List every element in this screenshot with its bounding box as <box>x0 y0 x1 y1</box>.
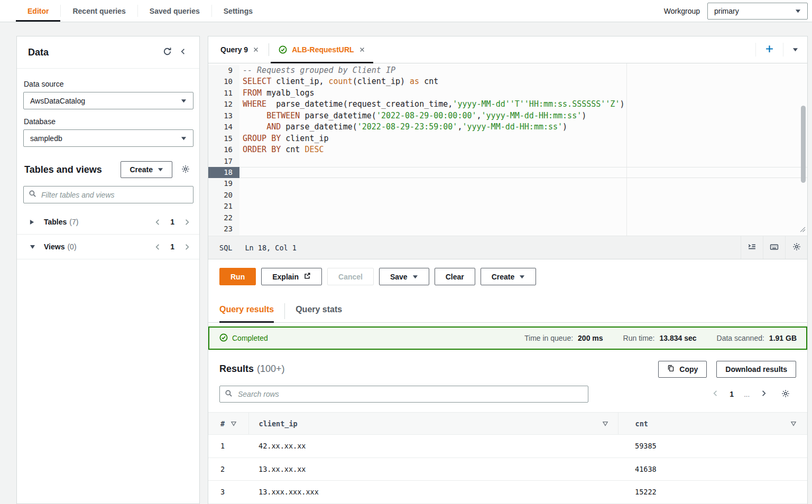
code-line-14[interactable]: 14 AND parse_datetime('2022-08-29-23:59:… <box>208 122 807 133</box>
previous-page-button[interactable] <box>712 389 719 399</box>
run-button[interactable]: Run <box>219 268 256 285</box>
line-number[interactable]: 11 <box>208 88 239 99</box>
table-row[interactable]: 313.xxx.xxx.xxx15222 <box>208 481 807 504</box>
sql-code-editor[interactable]: 9-- Requests grouped by Client IP10SELEC… <box>208 63 807 236</box>
search-rows-input[interactable] <box>237 389 583 399</box>
database-value: sampledb <box>30 134 62 143</box>
data-source-select[interactable]: AwsDataCatalog <box>23 92 193 109</box>
triangle-right-icon[interactable] <box>30 219 37 225</box>
line-number[interactable]: 9 <box>208 65 239 76</box>
format-query-button[interactable] <box>741 236 763 259</box>
filter-tables-input[interactable] <box>40 190 188 200</box>
table-cell: 15222 <box>618 481 807 504</box>
download-results-button[interactable]: Download results <box>716 361 796 378</box>
create-table-button[interactable]: Create <box>121 161 172 178</box>
close-icon[interactable] <box>359 46 365 53</box>
editor-scrollbar[interactable] <box>801 106 806 183</box>
check-circle-icon <box>219 333 228 343</box>
line-number[interactable]: 21 <box>208 201 239 212</box>
line-number[interactable]: 22 <box>208 212 239 223</box>
code-line-20[interactable]: 20 <box>208 190 807 201</box>
clear-button[interactable]: Clear <box>435 268 475 285</box>
tab-query-results[interactable]: Query results <box>219 305 274 322</box>
create-button[interactable]: Create <box>481 268 537 285</box>
stat-run-time-: Run time:13.834 sec <box>623 334 697 342</box>
current-page[interactable]: 1 <box>730 390 734 398</box>
resize-handle-icon[interactable] <box>800 225 806 235</box>
next-page-button[interactable] <box>183 243 191 251</box>
code-line-23[interactable]: 23 <box>208 223 807 235</box>
code-line-16[interactable]: 16ORDER BY cnt DESC <box>208 144 807 155</box>
query-tab-bar: Query 9 ALB-RequestURL <box>208 36 807 63</box>
stat-label: Data scanned: <box>717 334 764 342</box>
code-line-9[interactable]: 9-- Requests grouped by Client IP <box>208 65 807 76</box>
next-page-button[interactable] <box>760 389 768 399</box>
code-text <box>239 178 807 189</box>
cancel-button[interactable]: Cancel <box>327 268 374 285</box>
column-header-cnt[interactable]: cnt <box>618 413 807 435</box>
results-settings-button[interactable] <box>778 386 793 402</box>
previous-page-button[interactable] <box>154 218 162 226</box>
tree-section-tables[interactable]: Tables(7)1 <box>17 210 199 235</box>
line-number[interactable]: 14 <box>208 122 239 133</box>
copy-button[interactable]: Copy <box>658 361 707 378</box>
line-number[interactable]: 17 <box>208 156 239 167</box>
sort-icon[interactable] <box>230 421 237 426</box>
code-line-12[interactable]: 12WHERE parse_datetime(request_creation_… <box>208 99 807 110</box>
query-tab-query-9[interactable]: Query 9 <box>213 36 267 63</box>
nav-tab-settings[interactable]: Settings <box>212 0 264 22</box>
code-line-13[interactable]: 13 BETWEEN parse_datetime('2022-08-29-00… <box>208 110 807 122</box>
line-number[interactable]: 15 <box>208 133 239 144</box>
code-text <box>239 190 807 201</box>
editor-settings-button[interactable] <box>785 236 807 259</box>
code-line-15[interactable]: 15GROUP BY client_ip <box>208 133 807 144</box>
code-line-19[interactable]: 19 <box>208 178 807 189</box>
nav-tab-recent-queries[interactable]: Recent queries <box>61 0 137 22</box>
sort-icon[interactable] <box>790 421 797 426</box>
tables-settings-button[interactable] <box>178 162 193 178</box>
query-tab-alb-requesturl[interactable]: ALB-RequestURL <box>271 36 373 63</box>
refresh-button[interactable] <box>159 44 175 60</box>
column-label: client_ip <box>259 419 298 428</box>
column-header-client-ip[interactable]: client_ip <box>248 413 618 435</box>
save-button[interactable]: Save <box>379 268 429 285</box>
collapse-panel-button[interactable] <box>175 44 191 60</box>
line-number[interactable]: 20 <box>208 190 239 201</box>
table-row[interactable]: 213.xx.xx.xx41638 <box>208 458 807 481</box>
explain-button[interactable]: Explain <box>261 268 322 285</box>
line-number[interactable]: 10 <box>208 76 239 87</box>
code-line-11[interactable]: 11FROM myalb_logs <box>208 88 807 99</box>
column-header--[interactable]: # <box>208 413 248 435</box>
close-icon[interactable] <box>253 46 259 53</box>
run-label: Run <box>230 273 245 281</box>
previous-page-button[interactable] <box>154 243 162 251</box>
triangle-down-icon[interactable] <box>30 245 37 249</box>
code-line-10[interactable]: 10SELECT client_ip, count(client_ip) as … <box>208 76 807 87</box>
table-row[interactable]: 142.xx.xx.xx59385 <box>208 435 807 458</box>
line-number[interactable]: 18 <box>208 167 239 178</box>
nav-tab-saved-queries[interactable]: Saved queries <box>138 0 211 22</box>
sort-icon[interactable] <box>602 421 608 426</box>
line-number[interactable]: 19 <box>208 178 239 189</box>
line-number[interactable]: 23 <box>208 223 239 235</box>
results-title: Results <box>219 363 254 375</box>
workgroup-select[interactable]: primary <box>707 3 808 20</box>
keyboard-shortcuts-button[interactable] <box>763 236 785 259</box>
tab-list-menu-button[interactable] <box>783 36 807 63</box>
database-select[interactable]: sampledb <box>23 129 193 147</box>
next-page-button[interactable] <box>183 218 191 226</box>
code-line-17[interactable]: 17 <box>208 156 807 167</box>
chevron-down-icon <box>519 275 525 279</box>
code-line-18[interactable]: 18 <box>208 167 807 178</box>
stat-data-scanned-: Data scanned:1.91 GB <box>717 334 797 342</box>
line-number[interactable]: 13 <box>208 110 239 122</box>
tree-section-views[interactable]: Views(0)1 <box>17 235 199 259</box>
line-number[interactable]: 12 <box>208 99 239 110</box>
new-query-tab-button[interactable] <box>756 36 783 63</box>
line-number[interactable]: 16 <box>208 144 239 155</box>
tab-query-stats[interactable]: Query stats <box>296 305 342 322</box>
column-label: cnt <box>635 419 648 428</box>
code-line-22[interactable]: 22 <box>208 212 807 223</box>
code-line-21[interactable]: 21 <box>208 201 807 212</box>
nav-tab-editor[interactable]: Editor <box>16 0 60 22</box>
